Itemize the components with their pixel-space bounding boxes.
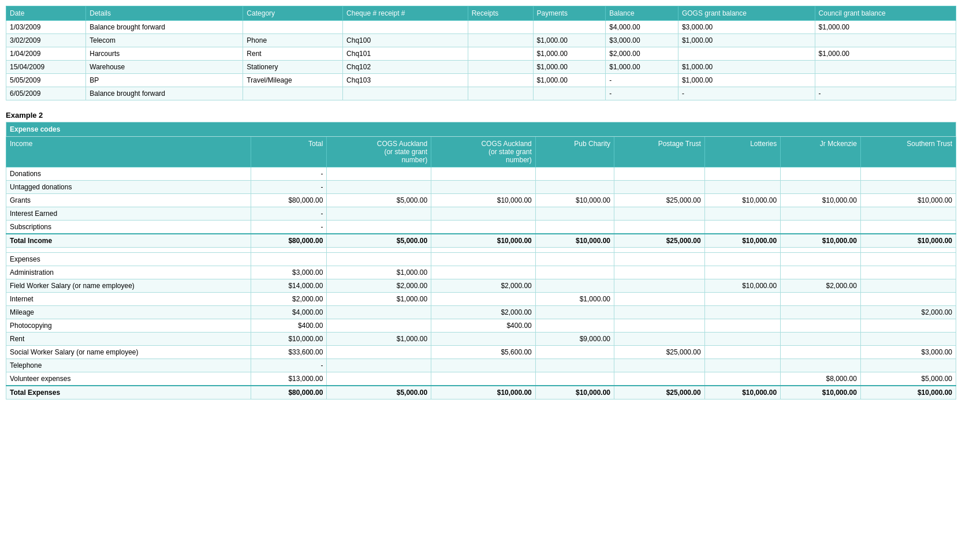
expenses-label: Expenses <box>6 253 251 266</box>
table-cell: $25,000.00 <box>614 234 705 248</box>
table-cell: $2,000.00 <box>431 279 536 293</box>
table-cell <box>614 266 705 279</box>
total-expenses-row: Total Expenses$80,000.00$5,000.00$10,000… <box>6 386 956 400</box>
table-cell <box>614 319 705 333</box>
table-cell: $25,000.00 <box>614 194 705 207</box>
table-cell: $10,000.00 <box>860 194 956 207</box>
table-cell: $400.00 <box>251 319 327 333</box>
table-cell <box>533 87 606 100</box>
table-cell: $10,000.00 <box>431 234 536 248</box>
table-cell: Rent <box>243 47 343 61</box>
table-cell: $25,000.00 <box>614 386 705 400</box>
table-cell <box>468 61 533 74</box>
table-cell: Field Worker Salary (or name employee) <box>6 279 251 293</box>
table-row: 3/02/2009TelecomPhoneChq100$1,000.00$3,0… <box>6 34 956 47</box>
col-balance: Balance <box>606 6 678 21</box>
income-row: Interest Earned- <box>6 207 956 221</box>
expense-row: Telephone- <box>6 359 956 372</box>
table-cell: $2,000.00 <box>431 306 536 319</box>
table-cell <box>815 74 956 87</box>
table-cell <box>860 181 956 194</box>
table-cell: Internet <box>6 293 251 306</box>
expense-row: Internet$2,000.00$1,000.00$1,000.00 <box>6 293 956 306</box>
table-cell: $80,000.00 <box>251 234 327 248</box>
table-cell: $1,000.00 <box>533 74 606 87</box>
table-cell: Harcourts <box>86 47 243 61</box>
col-date: Date <box>6 6 86 21</box>
col-category: Category <box>243 6 343 21</box>
table-cell: $1,000.00 <box>678 61 815 74</box>
table-cell: Chq100 <box>343 34 468 47</box>
table-cell: $10,000.00 <box>431 386 536 400</box>
income-row: Untagged donations- <box>6 181 956 194</box>
table-cell: - <box>815 87 956 100</box>
table-cell: Stationery <box>243 61 343 74</box>
col-details: Details <box>86 6 243 21</box>
income-row: Subscriptions- <box>6 221 956 234</box>
table-cell <box>431 266 536 279</box>
col-postage-trust: Postage Trust <box>614 137 705 167</box>
table-cell: $1,000.00 <box>327 266 431 279</box>
table-cell <box>535 266 614 279</box>
table-cell <box>704 167 781 181</box>
table-cell <box>704 181 781 194</box>
table-cell: Total Expenses <box>6 386 251 400</box>
table-cell: Administration <box>6 266 251 279</box>
table-cell: Mileage <box>6 306 251 319</box>
table-cell: 15/04/2009 <box>6 61 86 74</box>
table-cell <box>468 74 533 87</box>
table-cell: - <box>606 74 678 87</box>
table-cell: $5,000.00 <box>860 372 956 386</box>
table-cell: $10,000.00 <box>535 386 614 400</box>
table-cell: 3/02/2009 <box>6 34 86 47</box>
table-cell: Balance brought forward <box>86 87 243 100</box>
table-cell <box>860 207 956 221</box>
table-cell: - <box>251 167 327 181</box>
table-cell: $10,000.00 <box>860 386 956 400</box>
table-cell <box>327 306 431 319</box>
table-cell <box>781 346 861 359</box>
table-cell: $1,000.00 <box>327 293 431 306</box>
table-cell: $1,000.00 <box>533 61 606 74</box>
table-cell: $4,000.00 <box>251 306 327 319</box>
table-cell <box>614 221 705 234</box>
table-cell: $10,000.00 <box>860 234 956 248</box>
table-cell: Subscriptions <box>6 221 251 234</box>
table-cell: $13,000.00 <box>251 372 327 386</box>
table-cell: $3,000.00 <box>678 21 815 34</box>
table-cell <box>781 266 861 279</box>
table-cell <box>860 221 956 234</box>
table-cell: $10,000.00 <box>704 194 781 207</box>
table-cell <box>781 167 861 181</box>
table-cell <box>431 293 536 306</box>
table-cell: Untagged donations <box>6 181 251 194</box>
table-cell: $80,000.00 <box>251 386 327 400</box>
col-income: Income <box>6 137 251 167</box>
table-cell <box>431 221 536 234</box>
table-cell <box>468 47 533 61</box>
table-cell <box>614 359 705 372</box>
table-cell <box>781 359 861 372</box>
table-row: 5/05/2009BPTravel/MileageChq103$1,000.00… <box>6 74 956 87</box>
col-total: Total <box>251 137 327 167</box>
table-cell <box>535 181 614 194</box>
table-cell <box>431 372 536 386</box>
table-cell: 6/05/2009 <box>6 87 86 100</box>
table-cell <box>614 181 705 194</box>
table-cell: $5,000.00 <box>327 234 431 248</box>
table-cell <box>535 346 614 359</box>
table-cell: $1,000.00 <box>533 34 606 47</box>
table-cell: $2,000.00 <box>860 306 956 319</box>
table-cell <box>781 293 861 306</box>
table-cell: Chq102 <box>343 61 468 74</box>
table-cell: Balance brought forward <box>86 21 243 34</box>
table-cell: $80,000.00 <box>251 194 327 207</box>
col-payments: Payments <box>533 6 606 21</box>
table-cell <box>614 306 705 319</box>
table1: Date Details Category Cheque # receipt #… <box>6 6 956 100</box>
table-cell <box>243 21 343 34</box>
table-cell: - <box>251 207 327 221</box>
table-cell <box>781 319 861 333</box>
table-cell: $10,000.00 <box>535 234 614 248</box>
table-cell <box>781 306 861 319</box>
